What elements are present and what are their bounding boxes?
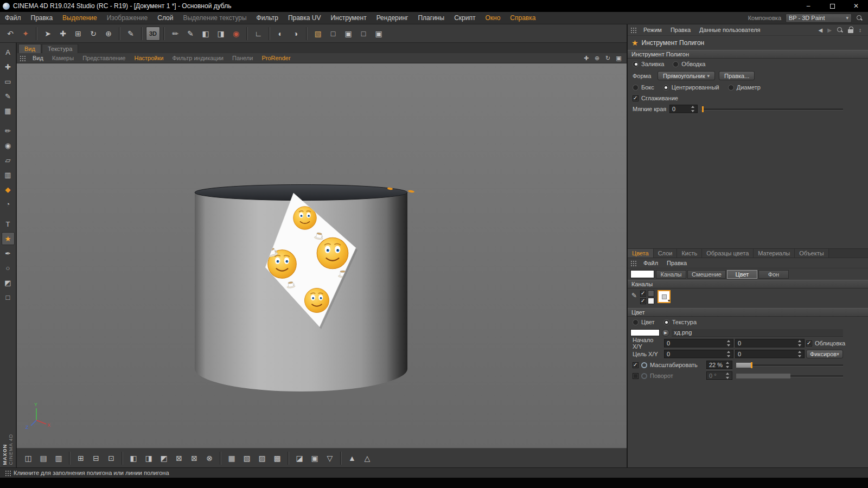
dock-tab[interactable]: Образцы цвета	[702, 249, 754, 258]
current-color-swatch[interactable]	[630, 270, 654, 278]
fill-droplet-icon[interactable]: ◆	[2, 183, 15, 196]
fgbg-colors-icon[interactable]: ◩	[2, 276, 15, 289]
color-mode-button[interactable]: Каналы	[656, 270, 686, 279]
live-selection-icon[interactable]: ➤	[41, 27, 55, 41]
dock-tab[interactable]: Объекты	[795, 249, 828, 258]
bp-uv-icon-2[interactable]: ▣	[308, 451, 322, 465]
bp-cross-icon-2[interactable]: ⊠	[187, 451, 201, 465]
coordinates-icon[interactable]: ⊕	[101, 27, 116, 41]
raybrush-icon[interactable]: ◉	[229, 27, 243, 41]
texture-color-swatch[interactable]	[630, 329, 660, 336]
brush-preset-icon[interactable]: ✎	[124, 27, 138, 41]
scale-tool-icon[interactable]: ⊞	[71, 27, 85, 41]
paint-3d-mode-button[interactable]: 3D	[146, 27, 160, 41]
panel-grip-icon[interactable]	[630, 260, 636, 266]
bp-select-poly-icon[interactable]: ◫	[21, 451, 35, 465]
dock-tab[interactable]: Цвета	[628, 249, 654, 258]
menu-item[interactable]: Правка UV	[283, 12, 326, 24]
color-mode-button[interactable]: Фон	[758, 270, 789, 279]
menu-item[interactable]: Инструмент	[326, 12, 371, 24]
material-sphere-icon[interactable]: ◐	[273, 27, 288, 41]
scale-checkbox[interactable]	[633, 362, 639, 368]
am-menu-item[interactable]: Режим	[639, 24, 666, 35]
layout-dropdown[interactable]: BP - 3D Paint ▾	[786, 14, 852, 23]
updown-arrows-icon[interactable]: ↕	[859, 27, 861, 33]
panel-grip-icon[interactable]	[630, 27, 636, 33]
am-menu-item[interactable]: Правка	[666, 24, 695, 35]
bp-cross-icon-1[interactable]: ⊠	[172, 451, 186, 465]
paint-channels-icon[interactable]: ✎	[183, 27, 197, 41]
spinner-icon[interactable]	[691, 106, 695, 112]
bp-layout-icon-1[interactable]: ▦	[225, 451, 239, 465]
viewport-zoom-icon[interactable]: ⊕	[592, 54, 602, 62]
material-preview-icon[interactable]: ◑	[289, 27, 303, 41]
edit-shape-button[interactable]: Правка...	[719, 71, 755, 80]
bp-layout-icon-3[interactable]: ▨	[255, 451, 269, 465]
paintbrush-tool-icon[interactable]: ✏	[2, 124, 15, 137]
minimize-button[interactable]: –	[796, 0, 820, 12]
maximize-button[interactable]	[820, 0, 844, 12]
center-mode-radio[interactable]: Бокс	[633, 84, 654, 91]
viewport-menu-item[interactable]: ProRender	[257, 55, 295, 61]
menu-item[interactable]: Окно	[480, 12, 505, 24]
projection-cube-icon-3[interactable]: □	[356, 27, 371, 41]
magnifier-tool-icon[interactable]: ○	[2, 261, 15, 274]
transform-tool-icon[interactable]: ✚	[2, 60, 15, 73]
bp-grid-icon-3[interactable]: ⊡	[104, 451, 118, 465]
color-mode-button[interactable]: Цвет	[727, 270, 757, 279]
texture-file-field[interactable]: хд.png	[672, 329, 843, 337]
paint-wrap-icon[interactable]: ◨	[214, 27, 228, 41]
menu-item[interactable]: Фильтр	[252, 12, 283, 24]
expand-arrow-button[interactable]: ▶	[662, 329, 669, 337]
smoothing-checkbox[interactable]	[633, 95, 639, 101]
color-mode-button[interactable]: Смешение	[687, 270, 726, 279]
ruler-icon[interactable]: ∟	[251, 27, 265, 41]
back-arrow-icon[interactable]: ◀	[819, 27, 823, 33]
color-section-header[interactable]: Цвет	[628, 308, 868, 317]
viewport-menu-item[interactable]: Панели	[228, 55, 257, 61]
viewport-menu-item[interactable]: Представление	[78, 55, 130, 61]
bp-mirror-icon-1[interactable]: ◧	[126, 451, 141, 465]
viewport-menu-item[interactable]: Камеры	[48, 55, 78, 61]
spinner-icon[interactable]	[797, 340, 802, 346]
menu-item[interactable]: Справка	[505, 12, 540, 24]
bp-cross-icon-3[interactable]: ⊗	[202, 451, 216, 465]
rotate-tool-icon[interactable]: ↻	[86, 27, 100, 41]
paint-setup-wizard-icon[interactable]: ✦	[18, 27, 33, 41]
viewport-menu-item[interactable]: Фильтр индикации	[168, 55, 228, 61]
color-type-radio[interactable]: Текстура	[663, 319, 697, 325]
marquee-select-icon[interactable]: ▭	[2, 75, 15, 88]
fill-mode-radio[interactable]: Обводка	[673, 61, 705, 67]
color-type-radio[interactable]: Цвет	[633, 319, 655, 325]
bp-flag-icon-2[interactable]: △	[360, 451, 374, 465]
scale-field[interactable]: 22 %	[706, 361, 732, 369]
dock-tab[interactable]: Слои	[654, 249, 678, 258]
magic-wand-icon[interactable]: ▦	[2, 104, 15, 117]
center-mode-radio[interactable]: Диаметр	[728, 84, 761, 91]
polygon-shape-tool-icon[interactable]: ★	[2, 232, 15, 245]
soft-edges-field[interactable]: 0	[669, 105, 698, 113]
eyedropper-icon[interactable]: ✒	[2, 247, 15, 260]
smudge-tool-icon[interactable]: ◔	[2, 197, 15, 210]
projection-cube-icon-2[interactable]: ▣	[341, 27, 355, 41]
menu-item[interactable]: Правка	[26, 12, 58, 24]
paint-uv-icon[interactable]: ◧	[199, 27, 213, 41]
shape-dropdown[interactable]: Прямоугольник ▾	[658, 71, 715, 80]
bp-flag-icon-1[interactable]: ▲	[345, 451, 359, 465]
color-panel-menu-item[interactable]: Правка	[662, 258, 691, 268]
projection-cube-icon-1[interactable]: □	[326, 27, 340, 41]
bp-mirror-icon-2[interactable]: ◨	[142, 451, 156, 465]
am-menu-item[interactable]: Данные пользователя	[695, 24, 764, 35]
spinner-icon[interactable]	[726, 351, 731, 357]
tiling-checkbox[interactable]	[806, 341, 812, 346]
viewport-pan-icon[interactable]: ✚	[582, 54, 591, 62]
menu-item[interactable]: Плагины	[413, 12, 449, 24]
viewport-tab[interactable]: Текстура	[42, 44, 78, 53]
rotate-checkbox[interactable]	[633, 373, 639, 379]
active-channel-thumbnail[interactable]: ▾	[658, 290, 671, 303]
target-y-field[interactable]: 0	[735, 350, 805, 358]
color-panel-menu-item[interactable]: Файл	[639, 258, 662, 268]
menu-item[interactable]: Выделение текстуры	[178, 12, 251, 24]
menu-item[interactable]: Изображение	[102, 12, 153, 24]
viewport-menu-item[interactable]: Настройки	[130, 55, 168, 61]
